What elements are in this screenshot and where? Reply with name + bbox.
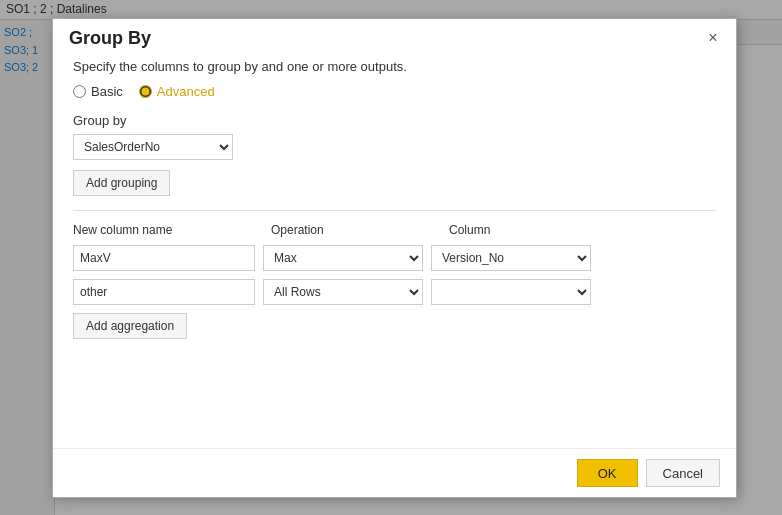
radio-basic-label: Basic (91, 84, 123, 99)
modal-titlebar: Group By × (53, 19, 736, 55)
new-col-name-input-1[interactable] (73, 245, 255, 271)
group-by-dialog: Group By × Specify the columns to group … (52, 18, 737, 498)
aggregation-row-1: Max Min Sum Average Count All Rows Versi… (73, 245, 716, 271)
operation-header: Operation (271, 223, 441, 237)
group-by-section-label: Group by (73, 113, 716, 128)
radio-basic-option[interactable]: Basic (73, 84, 123, 99)
modal-footer: OK Cancel (53, 448, 736, 497)
radio-advanced-input[interactable] (139, 85, 152, 98)
ok-button[interactable]: OK (577, 459, 638, 487)
radio-advanced-option[interactable]: Advanced (139, 84, 215, 99)
section-divider (73, 210, 716, 211)
radio-basic-input[interactable] (73, 85, 86, 98)
modal-title: Group By (69, 28, 151, 49)
column-header: Column (449, 223, 619, 237)
add-aggregation-button[interactable]: Add aggregation (73, 313, 187, 339)
cancel-button[interactable]: Cancel (646, 459, 720, 487)
description-text: Specify the columns to group by and one … (73, 59, 716, 74)
aggregation-column-headers: New column name Operation Column (73, 223, 716, 237)
group-by-select[interactable]: SalesOrderNo (73, 134, 233, 160)
group-by-row: SalesOrderNo (73, 134, 716, 160)
modal-body: Specify the columns to group by and one … (53, 55, 736, 448)
column-select-1[interactable]: Version_No (431, 245, 591, 271)
add-grouping-button[interactable]: Add grouping (73, 170, 170, 196)
mode-radio-group: Basic Advanced (73, 84, 716, 99)
operation-select-2[interactable]: Max Min Sum Average Count All Rows (263, 279, 423, 305)
operation-select-1[interactable]: Max Min Sum Average Count All Rows (263, 245, 423, 271)
new-col-name-header: New column name (73, 223, 263, 237)
aggregation-row-2: Max Min Sum Average Count All Rows (73, 279, 716, 305)
close-button[interactable]: × (702, 27, 724, 49)
new-col-name-input-2[interactable] (73, 279, 255, 305)
column-select-2[interactable] (431, 279, 591, 305)
radio-advanced-label: Advanced (157, 84, 215, 99)
